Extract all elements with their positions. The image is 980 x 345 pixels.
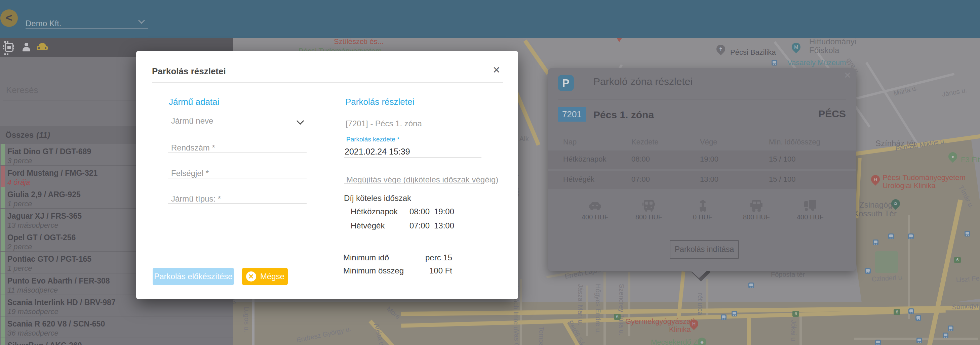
paid-period-from: 08:00 <box>409 207 430 216</box>
map-road-yellow <box>747 318 751 345</box>
route-shield: 6 <box>954 257 961 263</box>
vehicle-time: 2 perce <box>7 242 32 251</box>
search-placeholder: Keresés <box>6 85 38 95</box>
company-select[interactable]: Demo Kft. <box>25 17 148 29</box>
start-time-input[interactable]: 2021.02.24 15:39 <box>345 147 410 157</box>
map-label: Vasarely Múzeum <box>788 59 846 67</box>
map-label: Szendrey Júlia u. <box>617 284 625 335</box>
table-cell: 19:00 <box>700 155 718 164</box>
status-bar <box>1 187 5 208</box>
map-label: Vas G <box>513 330 520 345</box>
min-amount-label: Minimum összeg <box>343 266 404 275</box>
map-label: Jászai Mari u. <box>577 284 584 325</box>
status-bar <box>1 252 5 273</box>
prepare-parking-button[interactable]: Parkolás előkészítése <box>153 268 234 285</box>
map-label: Hittudományi <box>809 38 856 46</box>
paid-period-day: Hétköznapok <box>351 207 398 216</box>
bus-stop-icon <box>916 338 922 343</box>
vehicle-title: SilverBug / AKC-360 <box>7 341 82 345</box>
bus-stop-icon <box>908 309 914 314</box>
vehicle-title: Punto Evo Abarth / FER-308 <box>7 277 110 286</box>
table-cell: 08:00 <box>632 155 650 164</box>
motorcycle-icon <box>693 199 712 213</box>
zone-code-badge: 7201 <box>558 107 586 122</box>
min-time-value: perc 15 <box>425 253 452 263</box>
close-icon[interactable]: ✕ <box>493 65 500 76</box>
map-label: Kossuth Tér <box>853 209 897 218</box>
car-icon <box>585 199 605 213</box>
table-cell: 07:00 <box>632 175 650 184</box>
parking-section-title: Parkolás részletei <box>345 97 414 107</box>
table-header: Kezdete <box>632 138 659 146</box>
paid-period-title: Díj köteles időszak <box>344 193 411 203</box>
bus-stop-icon <box>732 311 737 317</box>
table-cell: 13:00 <box>700 175 718 184</box>
paid-period-from: 07:00 <box>409 221 430 231</box>
tariff-price: 0 HUF <box>676 213 730 221</box>
min-amount-value: 100 Ft <box>429 266 452 275</box>
vehicle-type-field[interactable]: Jármű típus: * <box>171 194 221 204</box>
synagogue-marker-icon: ✡ <box>889 198 902 210</box>
zone-city: PÉCS <box>818 108 846 120</box>
map-road <box>854 338 978 340</box>
close-icon[interactable]: ✕ <box>844 70 851 81</box>
status-bar <box>1 338 5 345</box>
status-bar <box>1 317 5 338</box>
vehicles-icon[interactable] <box>37 43 48 51</box>
vehicle-list-item[interactable]: Scania R 620 V8 / SCN-650 36 másodperce <box>0 317 233 338</box>
table-cell: 15 / 100 <box>769 155 796 164</box>
map-road-yellow <box>523 39 550 74</box>
map-label: Hőgyes Endre u. <box>594 284 602 334</box>
start-parking-button[interactable]: Parkolás indítása <box>670 240 739 259</box>
vehicle-time: 4 órája <box>7 178 30 187</box>
zone-name: Pécs 1. zóna <box>593 109 654 120</box>
truck-icon <box>801 199 819 213</box>
bus-stop-icon <box>915 315 921 321</box>
company-select-underline <box>25 28 148 28</box>
renew-end-input[interactable]: Megújítás vége (díjköteles időszak végéi… <box>346 175 498 184</box>
user-icon[interactable] <box>22 43 31 52</box>
vehicle-time: 1 perce <box>7 264 32 273</box>
route-shield: 6 <box>614 314 620 320</box>
table-header: Vége <box>700 138 717 146</box>
chevron-down-icon <box>138 17 145 24</box>
map-park <box>875 251 898 273</box>
status-bar <box>1 166 5 187</box>
vehicle-time: 3 perce <box>7 157 32 165</box>
vehicle-time: 19 másodperce <box>7 307 59 316</box>
church-marker-icon: ✝ <box>715 43 727 55</box>
tariff-price: 400 HUF <box>568 213 622 221</box>
table-cell: 15 / 100 <box>769 175 796 184</box>
map-road <box>908 215 910 319</box>
map-label: János u. <box>941 86 967 98</box>
zone-readonly: [7201] - Pécs 1. zóna <box>345 119 422 128</box>
nationality-field[interactable]: Felségjel * <box>171 169 209 178</box>
chevron-down-icon <box>296 117 304 125</box>
tractor-icon <box>747 199 766 213</box>
bus-icon <box>640 199 658 213</box>
museum-marker-icon: M <box>790 41 802 54</box>
bus-stop-icon <box>888 233 894 239</box>
map-area-beige-center <box>841 137 980 315</box>
bus-stop-icon <box>865 268 871 274</box>
vehicle-list-item[interactable]: SilverBug / AKC-360 1 perce <box>0 338 233 345</box>
map-label: Szülészeti és... <box>334 38 383 46</box>
map-road <box>603 272 606 345</box>
plate-field[interactable]: Rendszám * <box>171 143 215 152</box>
map-label: rét utca <box>696 293 704 315</box>
cancel-button[interactable]: ✕ Mégse <box>242 268 288 285</box>
tariff-price: 800 HUF <box>622 213 676 221</box>
parking-details-modal: Parkolás részletei ✕ Jármű adatai Jármű … <box>136 51 518 299</box>
table-cell: Hétvégék <box>563 175 594 184</box>
collapse-sidebar-button[interactable]: < <box>0 9 18 27</box>
vehicle-time: 36 másodperce <box>7 329 59 338</box>
map-label: Főiskola <box>809 46 839 55</box>
vehicle-name-select[interactable]: Jármű neve <box>171 116 213 126</box>
devices-icon[interactable] <box>5 43 13 52</box>
status-bar <box>1 295 5 316</box>
cancel-x-icon: ✕ <box>246 271 256 282</box>
bus-stop-icon <box>908 233 914 239</box>
paid-period-to: 19:00 <box>434 207 454 216</box>
route-shield: 6 <box>792 311 799 317</box>
bus-stop-icon <box>948 326 953 331</box>
